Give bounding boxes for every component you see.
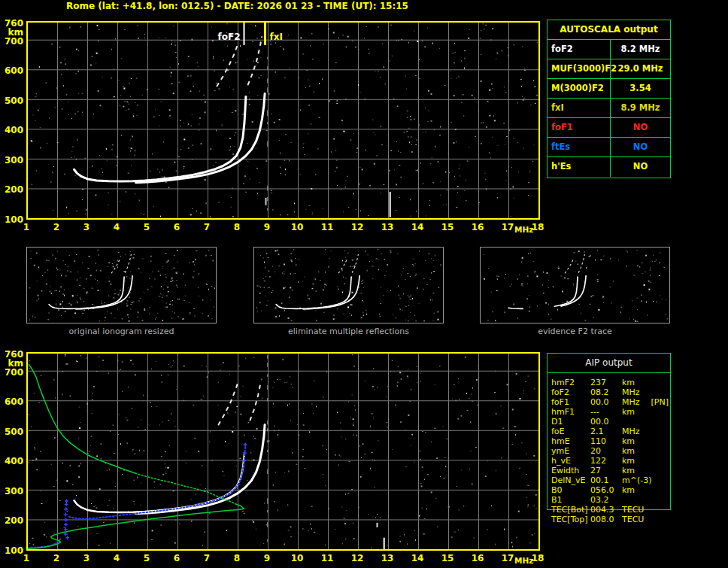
aip-row-unit: km — [622, 466, 671, 475]
aip-row-label: foE — [547, 427, 586, 436]
aip-row-label: Ewidth — [547, 466, 586, 475]
y-tick-label: 500 — [0, 427, 23, 437]
x-tick-label: 12 — [346, 553, 369, 563]
y-tick-label: 500 — [0, 96, 23, 106]
autoscala-row: ftEsNO — [548, 138, 670, 157]
autoscala-row-value: 29.0 MHz — [611, 59, 670, 78]
x-tick-label: 16 — [466, 222, 489, 232]
y-tick-label: 300 — [0, 486, 23, 497]
x-tick-label: 3 — [75, 222, 98, 232]
autoscala-row-value: 3.54 — [611, 79, 670, 98]
aip-table-header: AIP output — [548, 354, 670, 373]
autoscala-row-value: NO — [611, 157, 670, 177]
y-axis-unit: km — [0, 358, 23, 369]
aip-row: hmF2237km — [547, 378, 671, 387]
aip-row-unit: km — [622, 436, 671, 446]
autoscala-table-header: AUTOSCALA output — [548, 20, 670, 40]
autoscala-row-label: M(3000)F2 — [548, 79, 611, 98]
aip-row-value: 237 — [586, 378, 622, 387]
aip-row-unit: TECU — [622, 505, 671, 515]
aip-row-unit: km — [622, 456, 671, 466]
x-tick-label: 10 — [286, 222, 308, 232]
aip-row-value: 004.3 — [586, 505, 622, 515]
aip-row-value: 08.2 — [586, 387, 622, 397]
x-tick-label: 7 — [196, 222, 218, 232]
y-tick-label: 600 — [0, 396, 23, 407]
aip-row-label: B1 — [547, 495, 586, 505]
autoscala-row-value: 8.9 MHz — [611, 99, 670, 117]
x-tick-label: 7 — [196, 553, 218, 563]
x-tick-label: 4 — [105, 553, 128, 563]
aip-row-value: 2.1 — [586, 427, 622, 436]
aip-row-value: 03.2 — [586, 495, 622, 505]
autoscala-row-label: ftEs — [548, 138, 611, 156]
aip-row: hmF1---km — [547, 407, 671, 417]
autoscala-row-label: MUF(3000)F2 — [548, 59, 611, 78]
aip-row: TEC[Top]008.0TECU — [547, 515, 671, 524]
autoscala-row: fxI8.9 MHz — [548, 99, 670, 118]
autoscala-row-label: foF1 — [548, 118, 611, 137]
x-tick-label: 15 — [436, 222, 459, 232]
aip-row-label: TEC[Top] — [547, 515, 586, 524]
x-tick-label: 9 — [256, 553, 278, 563]
x-tick-label: 14 — [406, 553, 429, 563]
y-tick-label: 200 — [0, 515, 23, 526]
x-tick-label: 5 — [135, 222, 158, 232]
aip-row-unit — [622, 495, 671, 505]
autoscala-row: MUF(3000)F229.0 MHz — [548, 59, 670, 79]
x-tick-label: 2 — [45, 222, 68, 232]
y-tick-label: 300 — [0, 155, 23, 166]
aip-row-value: 122 — [586, 456, 622, 466]
aip-row-label: ymE — [547, 446, 586, 456]
aip-row: h_vE122km — [547, 456, 671, 466]
autoscala-row: foF28.2 MHz — [548, 40, 670, 59]
aip-row-value: 00.1 — [586, 475, 622, 485]
x-tick-label: 9 — [256, 222, 278, 232]
autoscala-row-label: h'Es — [548, 157, 611, 177]
autoscala-row-value: NO — [611, 138, 670, 156]
x-tick-label: 16 — [466, 553, 489, 563]
aip-row: foF100.0MHz[PN] — [547, 397, 671, 407]
aip-row-label: D1 — [547, 417, 586, 427]
fxI-marker-label: fxI — [270, 32, 283, 42]
autoscala-row: h'EsNO — [548, 157, 670, 177]
aip-row-unit: m^(-3) — [622, 475, 671, 485]
autoscala-row: foF1NO — [548, 118, 670, 138]
thumbnail-evidence-f2-trace — [480, 247, 670, 323]
y-tick-label: 600 — [0, 65, 23, 76]
x-axis-unit: MHz — [514, 556, 533, 565]
aip-row-unit: MHz — [622, 387, 671, 397]
x-tick-label: 3 — [75, 553, 98, 563]
autoscala-row: M(3000)F23.54 — [548, 79, 670, 99]
aip-row: ymE20km — [547, 446, 671, 456]
aip-row-label: h_vE — [547, 456, 586, 466]
aip-row-label: hmE — [547, 436, 586, 446]
aip-row-value: 00.0 — [586, 397, 622, 407]
aip-row: foF208.2MHz — [547, 387, 671, 397]
aip-row-value: 110 — [586, 436, 622, 446]
station-title: Rome (lat: +41.8, lon: 012.5) - DATE: 20… — [66, 1, 408, 11]
aip-row: B103.2 — [547, 495, 671, 505]
aip-row: hmE110km — [547, 436, 671, 446]
aip-row-unit — [622, 417, 671, 427]
aip-row-extra: [PN] — [651, 397, 669, 407]
aip-row: TEC[Bot]004.3TECU — [547, 505, 671, 515]
x-tick-label: 5 — [135, 553, 158, 563]
x-tick-label: 12 — [346, 222, 369, 232]
x-tick-label: 2 — [45, 553, 68, 563]
x-tick-label: 6 — [165, 222, 188, 232]
aip-row: foE2.1MHz — [547, 427, 671, 436]
autoscala-row-value: NO — [611, 118, 670, 137]
x-tick-label: 10 — [286, 553, 308, 563]
autoscala-table-rows: foF28.2 MHzMUF(3000)F229.0 MHzM(3000)F23… — [548, 40, 670, 177]
aip-row-label: foF2 — [547, 387, 586, 397]
thumbnail-caption: evidence F2 trace — [480, 327, 670, 336]
aip-row-unit: MHz — [622, 427, 671, 436]
aip-row-value: --- — [586, 407, 622, 417]
x-tick-label: 1 — [15, 553, 38, 563]
x-tick-label: 13 — [376, 222, 399, 232]
top-ionogram-plot: foF2fxI — [26, 21, 540, 220]
aip-row-unit: km — [622, 407, 671, 417]
aip-row-value: 008.0 — [586, 515, 622, 524]
aip-row-label: hmF1 — [547, 407, 586, 417]
